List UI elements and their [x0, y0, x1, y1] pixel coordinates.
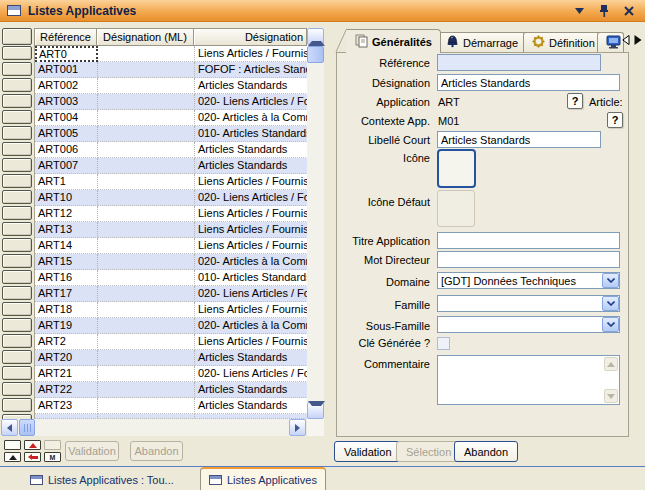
designation-input[interactable] [437, 74, 620, 91]
table-row[interactable]: ART23Articles Standards [35, 398, 307, 414]
cell-ml[interactable] [98, 254, 195, 270]
column-header-designation-ml[interactable]: Désignation (ML) [96, 28, 194, 46]
table-row[interactable]: ART003020- Liens Articles / Fo [35, 94, 307, 110]
tab-scroll-right-icon[interactable] [634, 35, 642, 47]
table-row[interactable]: ART002Articles Standards [35, 78, 307, 94]
chevron-down-icon[interactable] [571, 3, 587, 18]
cell-ml[interactable] [98, 350, 195, 366]
horizontal-scrollbar[interactable] [1, 419, 306, 436]
table-row[interactable]: ART1Liens Articles / Fournis [35, 174, 307, 190]
table-corner-header[interactable] [2, 28, 32, 45]
icone-button[interactable] [437, 149, 476, 188]
cell-ml[interactable] [98, 334, 195, 350]
cell-ref[interactable]: ART001 [35, 62, 98, 78]
cell-des[interactable]: 010- Articles Standards [195, 126, 307, 142]
tab-extra[interactable] [597, 32, 624, 52]
cell-ref[interactable]: ART17 [35, 286, 98, 302]
cell-ref[interactable]: ART22 [35, 382, 98, 398]
cell-ref[interactable]: ART004 [35, 110, 98, 126]
table-row[interactable]: ART12Liens Articles / Fournis [35, 206, 307, 222]
libelle-court-input[interactable] [437, 131, 601, 148]
row-header[interactable] [2, 270, 32, 284]
row-header[interactable] [2, 398, 32, 412]
row-header[interactable] [2, 46, 32, 60]
cell-ref[interactable]: ART16 [35, 270, 98, 286]
row-header[interactable] [2, 62, 32, 76]
nav-back-red-button[interactable] [24, 452, 41, 462]
cell-ref[interactable]: ART10 [35, 190, 98, 206]
cell-des[interactable]: 020- Liens Articles / Fo [195, 94, 307, 110]
cell-des[interactable]: Articles Standards [195, 350, 307, 366]
cell-ml[interactable] [98, 318, 195, 334]
row-header[interactable] [2, 318, 32, 332]
cell-ref[interactable]: ART15 [35, 254, 98, 270]
table-row[interactable]: ART005010- Articles Standards [35, 126, 307, 142]
row-header[interactable] [2, 334, 32, 348]
cell-ref[interactable]: ART20 [35, 350, 98, 366]
cell-des[interactable]: Articles Standards [195, 142, 307, 158]
cell-des[interactable]: Liens Articles / Fournis [195, 46, 307, 62]
table-row[interactable]: ART10020- Liens Articles / Fo [35, 190, 307, 206]
cell-ref[interactable]: ART2 [35, 334, 98, 350]
cell-ml[interactable] [98, 206, 195, 222]
row-header[interactable] [2, 94, 32, 108]
table-row[interactable]: ART22Articles Standards [35, 382, 307, 398]
cell-des[interactable]: Liens Articles / Fournis [195, 222, 307, 238]
scroll-up-icon[interactable] [307, 28, 324, 45]
cell-ml[interactable] [98, 382, 195, 398]
cell-des[interactable]: FOFOF : Articles Stand [195, 62, 307, 78]
row-header[interactable] [2, 254, 32, 268]
scroll-down-icon[interactable] [307, 402, 324, 419]
cell-ref[interactable]: ART1 [35, 174, 98, 190]
row-header[interactable] [2, 286, 32, 300]
cell-ml[interactable] [98, 158, 195, 174]
cell-des[interactable]: Liens Articles / Fournis [195, 206, 307, 222]
cle-generee-checkbox[interactable] [437, 337, 450, 350]
close-icon[interactable] [621, 3, 637, 18]
famille-combobox[interactable] [437, 295, 620, 312]
horizontal-scroll-track[interactable] [35, 419, 289, 436]
cell-ml[interactable] [98, 398, 195, 414]
cell-ml[interactable] [98, 142, 195, 158]
cell-ml[interactable] [98, 62, 195, 78]
cell-des[interactable]: Liens Articles / Fournis [195, 238, 307, 254]
cell-ref[interactable]: ART12 [35, 206, 98, 222]
cell-des[interactable]: Articles Standards [195, 78, 307, 94]
row-header[interactable] [2, 238, 32, 252]
cell-ml[interactable] [98, 110, 195, 126]
row-header[interactable] [2, 206, 32, 220]
table-row[interactable]: ART18Liens Articles / Fournis [35, 302, 307, 318]
cell-des[interactable]: Liens Articles / Fournis [195, 334, 307, 350]
domaine-combobox[interactable]: [GDT] Données Techniques [437, 272, 620, 289]
table-row[interactable]: ART007Articles Standards [35, 158, 307, 174]
cell-des[interactable]: Liens Articles / Fournis [195, 302, 307, 318]
tab-definition[interactable]: Définition [523, 32, 604, 52]
cell-des[interactable]: Liens Articles / Fournis [195, 174, 307, 190]
mot-directeur-input[interactable] [437, 251, 620, 268]
cell-des[interactable]: 020- Liens Articles / Fo [195, 286, 307, 302]
pin-icon[interactable] [596, 3, 612, 18]
cell-ref[interactable]: ART0 [35, 46, 98, 62]
table-row[interactable]: ART13Liens Articles / Fournis [35, 222, 307, 238]
row-header[interactable] [2, 142, 32, 156]
chevron-down-icon[interactable] [602, 296, 619, 311]
table-row[interactable]: ART2Liens Articles / Fournis [35, 334, 307, 350]
cell-des[interactable]: 020- Articles à la Comm [195, 110, 307, 126]
cell-ml[interactable] [98, 126, 195, 142]
cell-ml[interactable] [98, 222, 195, 238]
row-header[interactable] [2, 158, 32, 172]
chevron-down-icon[interactable] [602, 273, 619, 288]
cell-des[interactable]: Articles Standards [195, 382, 307, 398]
cell-ref[interactable]: ART18 [35, 302, 98, 318]
table-row[interactable]: ART006Articles Standards [35, 142, 307, 158]
column-header-designation[interactable]: Désignation [193, 28, 307, 46]
row-header[interactable] [2, 126, 32, 140]
sous-famille-combobox[interactable] [437, 316, 620, 333]
cell-ref[interactable]: ART003 [35, 94, 98, 110]
cell-ml[interactable] [98, 238, 195, 254]
tab-scroll-left-icon[interactable] [622, 35, 630, 47]
vertical-scroll-thumb[interactable] [307, 46, 324, 63]
scroll-right-icon[interactable] [289, 419, 306, 436]
cell-ml[interactable] [98, 78, 195, 94]
reference-input[interactable] [437, 54, 601, 71]
